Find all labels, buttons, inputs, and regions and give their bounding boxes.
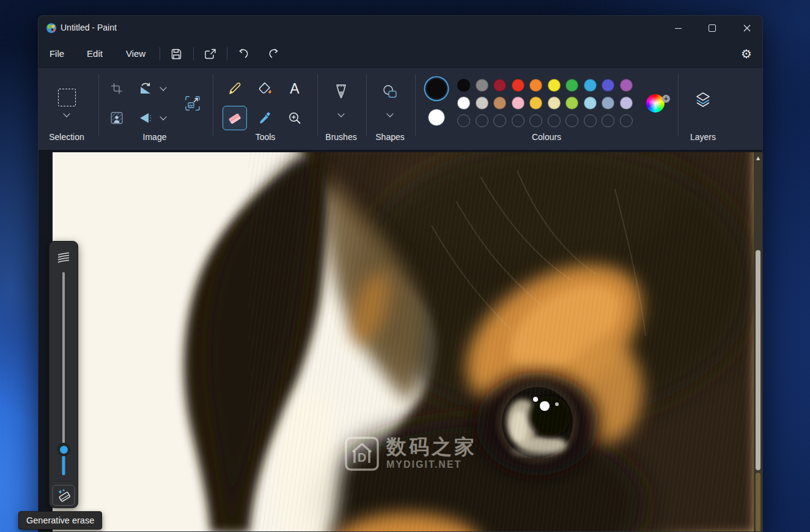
colour-swatch[interactable] <box>529 79 542 92</box>
colour-swatch-empty[interactable] <box>584 114 597 127</box>
flip-dropdown[interactable] <box>156 113 170 124</box>
minimize-button[interactable] <box>664 16 692 40</box>
colour-palette-grid <box>457 79 633 127</box>
magnifier-tool-button[interactable] <box>282 106 307 130</box>
puppy-photo <box>53 152 754 532</box>
undo-icon <box>237 48 249 59</box>
colour-swatch[interactable] <box>620 79 633 92</box>
brushes-button[interactable] <box>329 80 353 105</box>
eyedropper-icon <box>258 111 273 125</box>
selection-tool-button[interactable] <box>54 85 79 109</box>
crop-button[interactable] <box>105 76 129 101</box>
scrollbar-lower-track[interactable] <box>756 473 760 532</box>
group-label-brushes: Brushes <box>325 132 356 142</box>
chevron-down-icon <box>63 110 70 117</box>
titlebar[interactable]: Untitled - Paint <box>39 16 762 40</box>
colour-swatch[interactable] <box>476 79 488 92</box>
close-button[interactable] <box>733 16 761 40</box>
crop-icon <box>110 82 123 95</box>
paint-app-icon <box>46 23 57 34</box>
thickness-icon <box>56 251 71 264</box>
colour-swatch[interactable] <box>584 79 597 92</box>
minimize-icon <box>675 28 682 29</box>
selection-icon <box>58 89 76 106</box>
colour-swatch[interactable] <box>529 97 542 109</box>
group-label-selection: Selection <box>49 132 84 142</box>
brushes-dropdown[interactable] <box>334 109 348 120</box>
scrollbar-thumb[interactable] <box>756 250 760 470</box>
colour-swatch-empty[interactable] <box>529 114 542 127</box>
colour-swatch[interactable] <box>548 79 561 92</box>
rotate-button[interactable] <box>133 76 158 101</box>
divider <box>160 47 160 61</box>
chevron-down-icon <box>160 113 166 120</box>
colour-swatch[interactable] <box>457 79 470 92</box>
shapes-button[interactable] <box>378 80 402 105</box>
settings-button[interactable]: ⚙ <box>736 45 757 62</box>
colour-swatch[interactable] <box>548 97 561 109</box>
maximize-icon <box>709 24 716 32</box>
divider <box>193 47 194 61</box>
colour-swatch[interactable] <box>512 97 525 109</box>
shapes-dropdown[interactable] <box>383 109 397 120</box>
colour-swatch-empty[interactable] <box>476 114 488 127</box>
brush-icon <box>334 83 348 102</box>
colour-swatch[interactable] <box>512 79 525 92</box>
vertical-scrollbar[interactable]: ▲ <box>754 152 762 532</box>
colour-swatch-empty[interactable] <box>493 114 506 127</box>
chevron-down-icon <box>386 110 393 117</box>
divider <box>415 74 416 136</box>
divider <box>213 74 213 136</box>
flip-button[interactable] <box>133 106 158 130</box>
shapes-icon <box>381 84 399 101</box>
scrollbar-up-arrow[interactable]: ▲ <box>754 153 762 163</box>
colour-swatch-empty[interactable] <box>512 114 525 127</box>
colour-swatch[interactable] <box>602 97 614 109</box>
layers-button[interactable] <box>689 86 717 114</box>
colour-picker-tool-button[interactable] <box>253 106 278 130</box>
background-colour-swatch[interactable] <box>428 109 445 126</box>
generative-erase-button[interactable] <box>53 485 75 506</box>
share-button[interactable] <box>200 45 221 62</box>
pencil-tool-button[interactable] <box>223 76 247 101</box>
save-button[interactable] <box>166 45 186 62</box>
close-icon <box>743 24 751 32</box>
undo-button[interactable] <box>233 45 254 62</box>
redo-icon <box>268 48 280 59</box>
colour-swatch-empty[interactable] <box>620 114 633 127</box>
eraser-size-slider-thumb[interactable] <box>57 443 70 456</box>
menu-file[interactable]: File <box>43 45 70 62</box>
canvas-image[interactable]: D 数码之家 MYDIGIT.NET <box>53 152 754 532</box>
generative-erase-tooltip: Generative erase <box>18 511 102 530</box>
save-icon <box>171 48 182 60</box>
fill-tool-button[interactable] <box>253 76 278 101</box>
fill-bucket-icon <box>258 81 273 96</box>
rotate-dropdown[interactable] <box>156 83 170 94</box>
background-removal-button[interactable] <box>105 106 129 130</box>
colour-swatch[interactable] <box>620 97 633 109</box>
resize-image-button[interactable] <box>180 91 205 116</box>
eraser-tool-button[interactable] <box>223 106 247 130</box>
colour-swatch[interactable] <box>565 79 578 92</box>
selection-dropdown[interactable] <box>60 109 73 120</box>
colour-swatch[interactable] <box>476 97 488 109</box>
menu-view[interactable]: View <box>120 45 152 62</box>
colour-swatch-empty[interactable] <box>602 114 614 127</box>
colour-swatch[interactable] <box>565 97 578 109</box>
colour-swatch[interactable] <box>493 79 506 92</box>
colour-swatch-empty[interactable] <box>457 114 470 127</box>
group-label-colours: Colours <box>532 132 561 142</box>
redo-button[interactable] <box>263 45 284 62</box>
menu-edit[interactable]: Edit <box>81 45 109 62</box>
window-title: Untitled - Paint <box>61 23 117 32</box>
colour-swatch[interactable] <box>602 79 614 92</box>
text-tool-button[interactable]: A <box>282 76 307 101</box>
colour-swatch[interactable] <box>584 97 597 109</box>
foreground-colour-swatch[interactable] <box>427 79 446 98</box>
colour-swatch-empty[interactable] <box>565 114 578 127</box>
colour-swatch-empty[interactable] <box>548 114 561 127</box>
colour-swatch[interactable] <box>457 97 470 109</box>
eraser-options-panel <box>49 241 78 508</box>
colour-swatch[interactable] <box>493 97 506 109</box>
maximize-button[interactable] <box>698 16 726 40</box>
